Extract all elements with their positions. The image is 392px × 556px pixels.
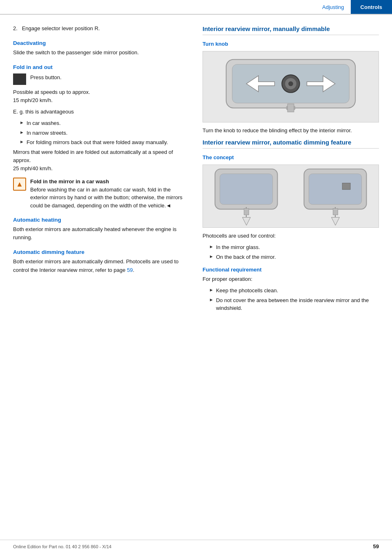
header-adjusting-label: Adjusting (316, 0, 350, 14)
header-controls-label: Controls (351, 0, 392, 14)
dimming-text: Both exterior mirrors are automatically … (13, 258, 189, 274)
turn-knob-sub: Turn knob (203, 41, 379, 47)
turn-knob-text: Turn the knob to reduce the blinding eff… (203, 127, 379, 135)
left-column: 2. Engage selector lever position R. Dea… (13, 24, 189, 314)
concept-diagram (203, 165, 379, 228)
mirror-knob-svg (203, 51, 379, 122)
arrow-icon-3: ► (20, 139, 24, 144)
interior-auto-heading: Interior rearview mirror, automatic dimm… (203, 138, 379, 147)
footer-text: Online Edition for Part no. 01 40 2 956 … (13, 544, 111, 549)
fold-heading: Fold in and out (13, 64, 189, 70)
press-button-label: Press button. (30, 73, 62, 82)
bullet-photocells-clean: ► Keep the photocells clean. (203, 287, 379, 295)
button-icon (13, 73, 26, 85)
svg-rect-17 (333, 209, 338, 215)
right-column: Interior rearview mirror, manually dimma… (203, 24, 379, 314)
bullet-text-r2: On the back of the mirror. (216, 253, 276, 261)
bullet-text-r1: In the mirror glass. (216, 243, 260, 251)
turn-knob-diagram (203, 51, 379, 122)
page-footer: Online Edition for Part no. 01 40 2 956 … (0, 540, 392, 549)
svg-rect-10 (220, 174, 272, 205)
press-button-row: Press button. (13, 73, 189, 85)
deactivating-text: Slide the switch to the passenger side m… (13, 49, 189, 57)
eg-text: E. g. this is advantageous (13, 108, 189, 116)
photocells-text: Photocells are used for control: (203, 232, 379, 240)
mirror-front-svg (203, 165, 290, 227)
warning-text: Fold in the mirror in a car wash Before … (30, 178, 189, 209)
warning-block: ▲ Fold in the mirror in a car wash Befor… (13, 178, 189, 209)
bullet-text-r3: Keep the photocells clean. (216, 287, 278, 295)
page-header: Adjusting Controls (0, 0, 392, 15)
auto-dimming-section: Automatic dimming feature Both exterior … (13, 249, 189, 274)
warning-icon: ▲ (13, 178, 26, 191)
deactivating-heading: Deactivating (13, 40, 189, 46)
interior-manual-heading: Interior rearview mirror, manually dimma… (203, 24, 379, 33)
arrow-icon-2: ► (20, 130, 24, 135)
concept-sub: The concept (203, 154, 379, 160)
main-content: 2. Engage selector lever position R. Dea… (0, 15, 392, 324)
bullet-text-3: For folding mirrors back out that were f… (27, 138, 168, 147)
fold-in-out-section: Fold in and out Press button. Possible a… (13, 64, 189, 209)
arrow-icon-r1: ► (209, 244, 214, 249)
bullet-car-washes: ► In car washes. (13, 119, 189, 127)
bullet-text-1: In car washes. (27, 119, 61, 127)
mirrors-auto-text: Mirrors that were folded in are folded o… (13, 148, 189, 173)
bullet-back-mirror: ► On the back of the mirror. (203, 253, 379, 261)
bullet-text-2: In narrow streets. (27, 129, 67, 137)
svg-point-7 (288, 81, 293, 86)
interior-manual-section: Interior rearview mirror, manually dimma… (203, 24, 379, 135)
bullet-text-r4: Do not cover the area between the inside… (216, 296, 379, 312)
svg-rect-14 (309, 174, 361, 205)
svg-rect-8 (287, 104, 294, 112)
bullet-narrow-streets: ► In narrow streets. (13, 129, 189, 137)
automatic-heating-section: Automatic heating Both exterior mirrors … (13, 217, 189, 242)
page-number: 59 (373, 543, 379, 549)
warning-title: Fold in the mirror in a car wash (30, 178, 109, 185)
arrow-icon-1: ► (20, 120, 24, 125)
svg-rect-15 (342, 183, 350, 190)
bullet-mirror-glass: ► In the mirror glass. (203, 243, 379, 251)
arrow-icon-r2: ► (209, 254, 214, 259)
mirror-back-svg (292, 165, 379, 227)
arrow-icon-r3: ► (209, 287, 214, 292)
deactivating-section: Deactivating Slide the switch to the pas… (13, 40, 189, 57)
divider-2 (203, 148, 379, 149)
heating-text: Both exterior mirrors are automatically … (13, 225, 189, 242)
svg-rect-12 (244, 209, 249, 215)
warning-body: Before washing the car in an automatic c… (30, 187, 183, 209)
functional-req-sub: Functional requirement (203, 267, 379, 273)
for-proper-text: For proper operation: (203, 275, 379, 283)
page-ref[interactable]: 59 (127, 267, 133, 273)
possible-text: Possible at speeds up to approx.15 mph/2… (13, 88, 189, 105)
arrow-icon-r4: ► (209, 297, 214, 302)
dimming-heading: Automatic dimming feature (13, 249, 189, 255)
bullet-folding-mirrors: ► For folding mirrors back out that were… (13, 138, 189, 147)
divider-1 (203, 35, 379, 35)
interior-auto-section: Interior rearview mirror, automatic dimm… (203, 138, 379, 312)
step-2: 2. Engage selector lever position R. (13, 24, 189, 33)
heating-heading: Automatic heating (13, 217, 189, 223)
bullet-dont-cover: ► Do not cover the area between the insi… (203, 296, 379, 312)
